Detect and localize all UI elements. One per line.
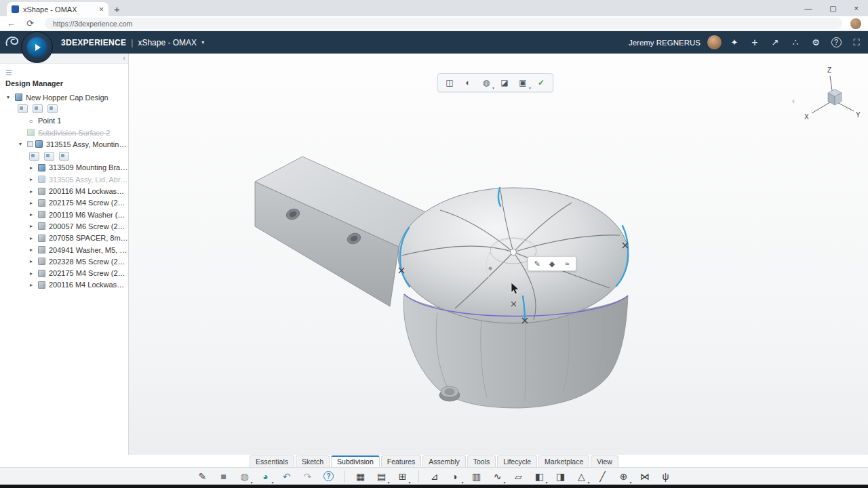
tree-item[interactable]: ▸ 202175 M4 Screw (202175 ... [0,197,128,209]
tree-item[interactable]: ▸ 200057 M6 Screw (200057 ... [0,220,128,232]
minimize-icon[interactable]: — [804,4,812,13]
display-filter-icon[interactable] [59,152,69,161]
tree-item[interactable]: ▸ 204941 Washer, M5, Flat, S... [0,244,128,256]
render-style-icon[interactable]: ▣ ▾ [516,76,530,89]
manipulator-center-handle[interactable] [511,249,517,256]
tab-subdivision[interactable]: Subdivision [331,455,380,467]
bridge-icon[interactable]: ⋈ [637,469,653,484]
caret-right-icon[interactable]: ▸ [30,188,38,195]
caret-right-icon[interactable]: ▸ [30,211,38,218]
caret-right-icon[interactable]: ▸ [30,235,38,241]
edit-points-icon[interactable]: ◆ [547,258,557,269]
smooth-icon[interactable]: ≈ [561,258,572,269]
caret-down-icon[interactable]: ▾ [7,94,15,100]
cylinder-primitive-icon[interactable]: ◍ ▾ [237,469,253,484]
address-bar[interactable]: https://3dexperience.com [45,18,842,29]
section-icon[interactable]: ◪ [498,76,511,89]
browser-tab[interactable]: xShape - OMAX × [7,2,108,16]
knife-icon[interactable]: ╱ [595,469,611,484]
trim-icon[interactable]: ◨ [553,469,569,484]
caret-right-icon[interactable]: ▸ [30,165,38,171]
chevron-down-icon[interactable]: ▾ [201,39,204,45]
new-design-icon[interactable]: ✎ [195,469,211,484]
tab-marketplace[interactable]: Marketplace [538,455,589,467]
add-icon[interactable]: + [747,35,762,50]
user-avatar[interactable] [707,35,722,49]
tree-item[interactable]: ▸ 313505 Assy, Lid, Abrasive... [0,174,128,185]
plane-icon[interactable]: ⊿ [427,469,443,484]
shaded-view-icon[interactable]: ◐ [461,76,475,89]
validate-icon[interactable]: ✓ [534,76,548,89]
caret-right-icon[interactable]: ▸ [30,200,38,206]
tree-item[interactable]: ▸ 207058 SPACER, 8mm OD... [0,232,128,244]
view-axis-triad[interactable]: ‹ Z X Y [792,66,861,121]
share-icon[interactable]: ↗ [768,35,783,50]
collaborate-icon[interactable]: ∴ [788,35,803,50]
tree-item[interactable]: ▸ 200116 M4 Lockwasher (20... [0,185,128,197]
tab-view[interactable]: View [591,455,618,467]
close-window-icon[interactable]: × [854,4,859,13]
tab-sketch[interactable]: Sketch [296,455,330,467]
tree-item-point[interactable]: ○ Point 1 [0,115,128,127]
tree-item[interactable]: ▸ 200116 M4 Lockwasher (20... [0,279,128,291]
modify-sphere-icon[interactable]: ⊕ ▾ [616,469,632,484]
3d-viewport[interactable]: ‹ Z X Y ◫ [129,54,868,455]
fullscreen-icon[interactable]: ⛶ [849,35,864,50]
compass-icon[interactable]: ✦ [727,35,742,50]
subdivision-sphere-icon[interactable]: ◕ ▾ [258,469,274,484]
close-tab-icon[interactable]: × [99,5,104,14]
rotate-view-left-icon[interactable]: ‹ [792,96,795,106]
3dexperience-compass-button[interactable] [21,31,53,63]
tools-icon[interactable]: ⚙ [808,35,823,50]
tab-features[interactable]: Features [381,455,421,467]
pages-icon[interactable]: ▥ [469,469,485,484]
help-icon[interactable]: ? [321,469,337,484]
caret-right-icon[interactable]: ▸ [30,258,38,264]
help-icon[interactable]: ? [829,35,844,50]
tree-item-assembly[interactable]: ▾ 313515 Assy, Mounting Bra... [0,138,128,150]
box-primitive-icon[interactable]: ■ [216,469,232,484]
manipulator-dot[interactable] [489,267,492,270]
caret-right-icon[interactable]: ▸ [30,223,38,229]
sweep-icon[interactable]: ∿ ▾ [490,469,506,484]
tree-view-icon[interactable]: ☰ [5,69,128,77]
3d-scene[interactable]: ‹ Z X Y [129,54,868,455]
layers-icon[interactable]: ▤ ▾ [374,469,390,484]
caret-right-icon[interactable]: ▸ [30,282,38,288]
hopper-cap-model[interactable] [255,157,629,408]
back-icon[interactable]: ← [7,19,16,28]
undo-icon[interactable]: ↶ [279,469,295,484]
split-icon[interactable]: ◧ ▾ [532,469,548,484]
maximize-icon[interactable]: ▢ [829,4,836,13]
tree-item[interactable]: ▸ 200119 M6 Washer (20011... [0,209,128,220]
loft-icon[interactable]: ▱ [511,469,527,484]
display-filter-icon[interactable] [47,104,58,113]
browser-profile-avatar[interactable] [850,18,861,29]
caret-right-icon[interactable]: ▸ [30,270,38,277]
revolve-icon[interactable]: ◗ ▾ [448,469,464,484]
caret-right-icon[interactable]: ▸ [30,247,38,253]
caret-right-icon[interactable]: ▸ [30,176,38,182]
refresh-icon[interactable]: ⟳ [26,19,34,28]
display-style-icon[interactable]: ◍ ▾ [479,76,493,89]
new-tab-icon[interactable]: + [114,4,120,14]
tab-tools[interactable]: Tools [467,455,496,467]
tree-item[interactable]: ▸ 202175 M4 Screw (202175 ... [0,267,128,279]
comb-icon[interactable]: ψ [658,469,674,484]
tree-item[interactable]: ▸ 202328 M5 Screw (202328 ... [0,256,128,267]
display-filter-icon[interactable] [44,152,54,161]
edit-pencil-icon[interactable]: ✎ [532,258,542,269]
tab-assembly[interactable]: Assembly [422,455,466,467]
measure-icon[interactable]: ◫ [443,76,456,89]
grid-icon[interactable]: ▦ [353,469,369,484]
user-name[interactable]: Jeremy REGNERUS [629,39,701,47]
tree-item-subdivision-surface[interactable]: Subdivision Surface 2 [0,127,128,138]
tab-essentials[interactable]: Essentials [250,455,294,467]
pattern-icon[interactable]: ⊞ ▾ [395,469,411,484]
app-title[interactable]: xShape - OMAX [138,38,197,47]
wedge-icon[interactable]: △ ▾ [574,469,590,484]
display-filter-icon[interactable] [18,104,28,113]
tab-lifecycle[interactable]: Lifecycle [497,455,537,467]
tree-item-root[interactable]: ▾ New Hopper Cap Design [0,92,128,103]
display-filter-icon[interactable] [33,104,43,113]
